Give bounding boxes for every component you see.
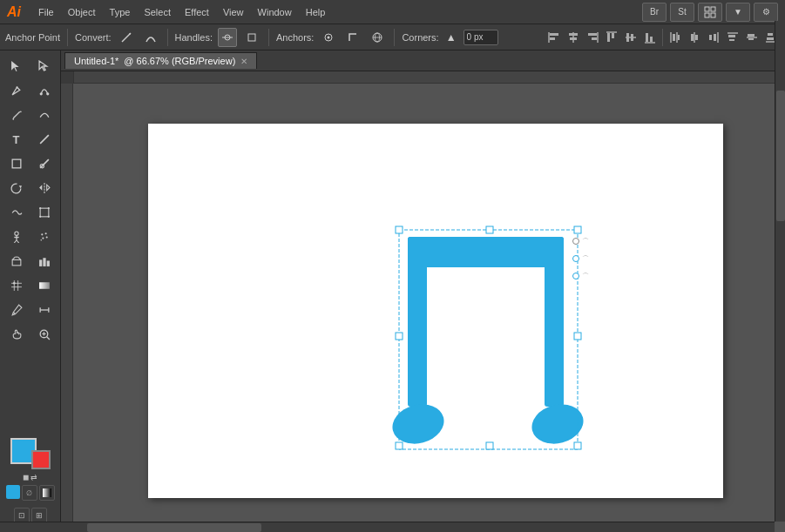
type-tool-group: T <box>0 127 60 152</box>
svg-point-69 <box>39 216 41 218</box>
search-icon[interactable]: ⚙ <box>754 3 778 22</box>
menu-help[interactable]: Help <box>299 3 333 21</box>
warp-tool[interactable] <box>3 200 30 225</box>
bridge-icon[interactable]: Br <box>642 3 667 22</box>
anchor-show-icon[interactable] <box>319 28 338 47</box>
menu-object[interactable]: Object <box>61 3 103 21</box>
svg-marker-50 <box>11 61 19 71</box>
hand-zoom-tool-group <box>0 322 60 347</box>
puppet-warp-tool[interactable] <box>3 225 30 249</box>
corners-input[interactable] <box>464 30 498 45</box>
svg-rect-42 <box>728 35 735 37</box>
menu-effect[interactable]: Effect <box>178 3 216 21</box>
mesh-tool[interactable] <box>3 273 30 298</box>
menu-select[interactable]: Select <box>137 3 178 21</box>
free-transform-tool[interactable] <box>30 200 58 225</box>
convert-corner-icon[interactable] <box>117 28 136 47</box>
svg-rect-86 <box>43 258 45 266</box>
stock-icon[interactable]: St <box>670 3 694 22</box>
background-color[interactable] <box>31 450 51 469</box>
svg-rect-37 <box>695 35 698 40</box>
align-top-icon[interactable] <box>603 29 620 46</box>
none-icon[interactable]: ∅ <box>22 485 37 501</box>
svg-rect-1 <box>711 7 715 11</box>
default-colors-icon[interactable]: ◼ <box>23 473 29 481</box>
svg-point-79 <box>45 236 47 238</box>
vertical-scrollbar[interactable] <box>775 51 785 522</box>
distribute-center-h-icon[interactable] <box>686 29 703 46</box>
type-tool[interactable]: T <box>3 127 30 152</box>
column-graph-tool[interactable] <box>30 249 58 273</box>
svg-point-80 <box>40 239 42 241</box>
line-segment-tool[interactable] <box>30 127 58 152</box>
anchors-label: Anchors: <box>276 32 314 43</box>
distribute-top-icon[interactable] <box>724 29 741 46</box>
horizontal-scrollbar[interactable] <box>61 522 775 532</box>
music-note-graphic[interactable]: ⌒ ⌒ ⌒ <box>392 219 601 482</box>
smooth-tool[interactable] <box>30 103 58 127</box>
rotate-tool[interactable] <box>3 176 30 200</box>
svg-point-54 <box>46 92 49 95</box>
shaper-tool[interactable] <box>30 152 58 176</box>
svg-rect-22 <box>607 33 610 42</box>
svg-point-52 <box>16 86 17 88</box>
menu-view[interactable]: View <box>216 3 251 21</box>
pen-tool[interactable] <box>3 78 30 103</box>
svg-rect-0 <box>705 7 709 11</box>
select-tool[interactable] <box>3 54 30 78</box>
hand-tool[interactable] <box>3 322 30 347</box>
svg-rect-45 <box>748 34 755 37</box>
svg-rect-14 <box>550 37 555 40</box>
anchor-globe-icon[interactable] <box>368 28 387 47</box>
workspace-options-icon[interactable]: ▼ <box>726 3 750 22</box>
reflect-tool[interactable] <box>30 176 58 200</box>
perspective-tool[interactable] <box>3 249 30 273</box>
corners-up-icon[interactable]: ▲ <box>442 28 461 47</box>
tab-close-button[interactable]: ✕ <box>240 57 247 66</box>
divider-2 <box>167 29 168 46</box>
gradient-tool[interactable] <box>30 273 58 298</box>
align-center-h-icon[interactable] <box>565 29 582 46</box>
color-swatches <box>10 438 51 469</box>
handle-symmetric-icon[interactable] <box>218 28 237 47</box>
swap-colors-icon[interactable]: ⇄ <box>30 473 37 481</box>
svg-rect-87 <box>46 260 49 266</box>
align-middle-v-icon[interactable] <box>622 29 640 46</box>
anchor-tool[interactable] <box>30 78 58 103</box>
align-left-icon[interactable] <box>545 29 563 46</box>
svg-marker-62 <box>18 185 21 188</box>
align-right-icon[interactable] <box>584 29 601 46</box>
direct-select-tool[interactable] <box>30 54 58 78</box>
menu-file[interactable]: File <box>31 3 61 21</box>
svg-rect-23 <box>612 33 614 38</box>
svg-rect-19 <box>588 33 597 36</box>
align-icons <box>545 29 780 46</box>
svg-point-77 <box>44 232 46 234</box>
puppet-tool-group <box>0 225 60 249</box>
distribute-right-icon[interactable] <box>705 29 722 46</box>
svg-point-94 <box>13 313 15 314</box>
document-tab[interactable]: Untitled-1* @ 66.67% (RGB/Preview) ✕ <box>64 52 257 69</box>
zoom-tool[interactable] <box>30 322 58 347</box>
distribute-left-icon[interactable] <box>667 29 684 46</box>
canvas-content[interactable]: /* ruler ticks rendered via SVG */ <box>61 71 785 532</box>
rectangle-tool[interactable] <box>3 152 30 176</box>
measure-tool[interactable] <box>30 298 58 322</box>
align-bottom-icon[interactable] <box>641 29 659 46</box>
svg-rect-85 <box>39 259 42 266</box>
eyedropper-tool-group <box>0 298 60 322</box>
anchor-corner-icon[interactable] <box>343 28 362 47</box>
distribute-middle-v-icon[interactable] <box>743 29 761 46</box>
vertical-ruler <box>61 84 73 532</box>
pencil-tool[interactable] <box>3 103 30 127</box>
handle-square-icon[interactable] <box>242 28 261 47</box>
symbol-sprayer-tool[interactable] <box>30 225 58 249</box>
menu-type[interactable]: Type <box>103 3 138 21</box>
convert-smooth-icon[interactable] <box>141 28 160 47</box>
svg-rect-59 <box>12 159 21 168</box>
gradient-fill-icon[interactable] <box>39 485 55 501</box>
workspace-grid-icon[interactable] <box>698 3 722 22</box>
menu-window[interactable]: Window <box>251 3 299 21</box>
eyedropper-tool[interactable] <box>3 298 30 322</box>
color-mode-icon[interactable] <box>6 485 20 499</box>
